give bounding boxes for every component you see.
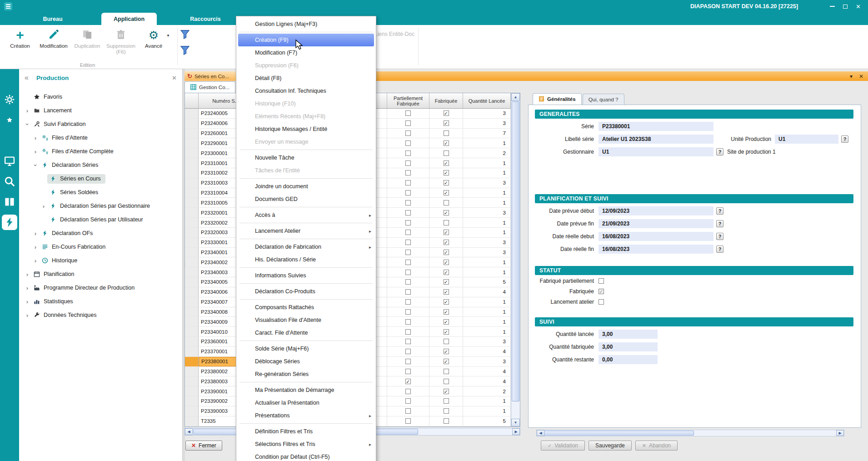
status-checkbox[interactable]: [599, 299, 604, 305]
partially-made-cell[interactable]: [387, 357, 429, 366]
made-cell[interactable]: [429, 208, 463, 217]
qty-cell[interactable]: 2: [463, 148, 511, 158]
chevron-right-icon[interactable]: ›: [24, 312, 31, 319]
made-cell[interactable]: [429, 347, 463, 356]
row-selector-cell[interactable]: [185, 148, 199, 158]
qty-cell[interactable]: 1: [463, 396, 511, 406]
made-cell[interactable]: [429, 287, 463, 297]
duplication-button[interactable]: Duplication: [70, 28, 105, 49]
qty-cell[interactable]: 5: [463, 416, 511, 426]
rail-desktop-icon[interactable]: [0, 153, 19, 169]
maximize-icon[interactable]: [843, 5, 848, 9]
help-button[interactable]: ?: [716, 148, 723, 155]
made-cell[interactable]: [429, 238, 463, 247]
sauvegarde-button[interactable]: Sauvegarde: [589, 441, 632, 451]
made-cell[interactable]: [429, 317, 463, 326]
menu-item[interactable]: Consultation Inf. Techniques: [236, 85, 376, 97]
status-checkbox[interactable]: [599, 278, 604, 284]
menu-item[interactable]: Détail (F8): [236, 72, 376, 85]
partially-made-cell[interactable]: [387, 248, 429, 257]
menu-item[interactable]: Suppression (F6): [236, 59, 376, 72]
qty-field[interactable]: 0,00: [599, 355, 658, 364]
column-header[interactable]: Quantité Lancée: [463, 93, 511, 109]
gestionnaire-field[interactable]: U1: [599, 147, 713, 156]
row-selector-cell[interactable]: [185, 109, 199, 118]
nav-item-en-cours-fabrication[interactable]: ›En-Cours Fabrication: [19, 240, 182, 254]
row-selector-cell[interactable]: [185, 238, 199, 247]
qty-cell[interactable]: 1: [463, 188, 511, 198]
row-selector-cell[interactable]: [185, 287, 199, 297]
close-panel-icon[interactable]: ✕: [172, 75, 177, 81]
row-selector-cell[interactable]: [185, 129, 199, 138]
close-icon[interactable]: ✕: [856, 4, 861, 9]
made-cell[interactable]: [429, 337, 463, 346]
partially-made-cell[interactable]: [387, 158, 429, 168]
qty-field[interactable]: 3,00: [599, 330, 658, 339]
menu-item[interactable]: Solde Série (Maj+F6): [236, 342, 376, 355]
serie-field[interactable]: P23380001: [599, 122, 713, 131]
qty-cell[interactable]: 2: [463, 386, 511, 396]
row-selector-cell[interactable]: [185, 208, 199, 217]
gestion-subtab[interactable]: Gestion Co...: [185, 81, 235, 93]
qty-cell[interactable]: 1: [463, 406, 511, 416]
qty-cell[interactable]: 3: [463, 248, 511, 257]
tab-generalites[interactable]: Généralités: [533, 93, 582, 105]
scrollbar-thumb[interactable]: [544, 431, 694, 436]
date-field[interactable]: 12/09/2023: [599, 206, 713, 215]
filter-icon[interactable]: [180, 29, 190, 40]
chevron-right-icon[interactable]: ›: [24, 271, 31, 278]
chevron-right-icon[interactable]: ›: [32, 244, 39, 251]
row-selector-cell[interactable]: [185, 327, 199, 336]
nav-item-d-claration-s-ries-par-gestionnaire[interactable]: ›Déclaration Séries par Gestionnaire: [19, 199, 182, 213]
collapse-panel-icon[interactable]: «: [25, 74, 36, 82]
partially-made-cell[interactable]: [387, 416, 429, 426]
row-selector-cell[interactable]: [185, 198, 199, 207]
column-header[interactable]: Fabriquée: [429, 93, 463, 109]
partially-made-cell[interactable]: [387, 376, 429, 386]
date-field[interactable]: 16/08/2023: [599, 232, 713, 241]
partially-made-cell[interactable]: [387, 406, 429, 416]
partially-made-cell[interactable]: [387, 228, 429, 237]
menu-item[interactable]: Joindre un document: [236, 180, 376, 193]
row-selector-cell[interactable]: [185, 248, 199, 257]
qty-cell[interactable]: 4: [463, 287, 511, 297]
partially-made-cell[interactable]: [387, 129, 429, 138]
scroll-right-icon[interactable]: ▶: [836, 430, 844, 436]
partially-made-cell[interactable]: [387, 109, 429, 118]
chevron-down-icon[interactable]: ›: [24, 120, 31, 128]
nav-item-lancement[interactable]: ›Lancement: [19, 104, 182, 117]
nav-item-s-ries-sold-es[interactable]: Séries Soldées: [19, 185, 182, 199]
menu-item[interactable]: Ma Présentation de Démarrage: [236, 384, 376, 396]
made-cell[interactable]: [429, 228, 463, 237]
made-cell[interactable]: [429, 327, 463, 336]
vertical-scrollbar[interactable]: ▲ ▼: [511, 93, 520, 426]
qty-cell[interactable]: 7: [463, 129, 511, 138]
qty-cell[interactable]: 5: [463, 277, 511, 287]
menu-item[interactable]: His. Déclarations / Série: [236, 253, 376, 266]
row-selector-cell[interactable]: [185, 257, 199, 267]
made-cell[interactable]: [429, 297, 463, 307]
creation-button[interactable]: + Création: [3, 28, 37, 49]
qty-cell[interactable]: 3: [463, 337, 511, 346]
row-selector-cell[interactable]: [185, 119, 199, 128]
partially-made-cell[interactable]: [387, 178, 429, 188]
nav-item-planification[interactable]: ›Planification: [19, 267, 182, 281]
suppression-button[interactable]: Suppression (F6): [104, 28, 138, 55]
nav-item-s-ries-en-cours[interactable]: Séries en Cours: [19, 172, 182, 185]
row-selector-cell[interactable]: [185, 347, 199, 356]
menu-item[interactable]: Documents GED: [236, 193, 376, 205]
nav-item-d-claration-ofs[interactable]: ›Déclaration OFs: [19, 226, 182, 240]
menu-item[interactable]: Lancement Atelier▸: [236, 225, 376, 237]
rail-search-icon[interactable]: [0, 174, 19, 189]
nav-item-d-claration-s-ries-par-utilisateur[interactable]: Déclaration Séries par Utilisateur: [19, 213, 182, 226]
chevron-right-icon[interactable]: ›: [40, 203, 47, 210]
made-cell[interactable]: [429, 357, 463, 366]
partially-made-cell[interactable]: [387, 307, 429, 317]
help-button[interactable]: ?: [841, 135, 848, 143]
row-selector-cell[interactable]: [185, 367, 199, 376]
made-cell[interactable]: [429, 248, 463, 257]
abandon-button[interactable]: ✕ Abandon: [635, 441, 678, 451]
rail-modules-icon[interactable]: [0, 92, 19, 107]
row-selector-cell[interactable]: [185, 188, 199, 198]
help-button[interactable]: ?: [716, 246, 723, 253]
